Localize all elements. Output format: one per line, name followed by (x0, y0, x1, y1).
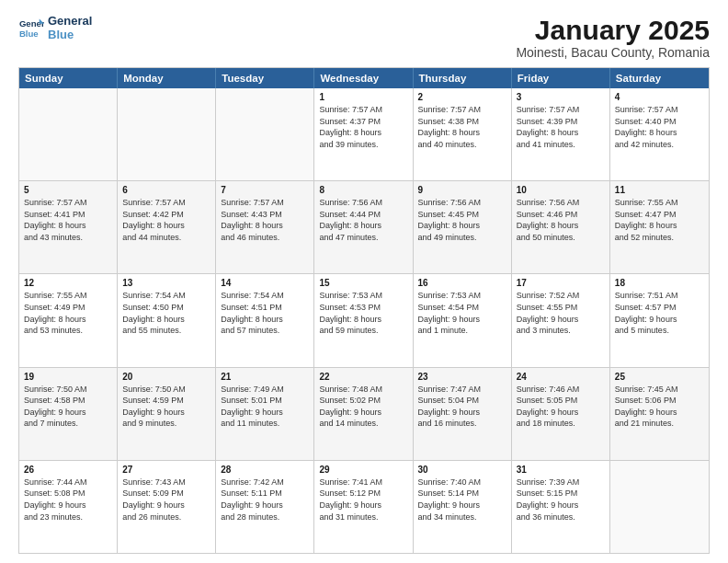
day-number: 28 (221, 465, 309, 475)
calendar-body: 1Sunrise: 7:57 AM Sunset: 4:37 PM Daylig… (19, 88, 709, 553)
day-number: 1 (319, 92, 407, 102)
calendar-cell (19, 88, 118, 180)
calendar-header: SundayMondayTuesdayWednesdayThursdayFrid… (19, 68, 709, 88)
calendar-cell: 5Sunrise: 7:57 AM Sunset: 4:41 PM Daylig… (19, 181, 118, 273)
calendar-cell: 8Sunrise: 7:56 AM Sunset: 4:44 PM Daylig… (314, 181, 413, 273)
calendar-row: 19Sunrise: 7:50 AM Sunset: 4:58 PM Dayli… (19, 368, 709, 461)
calendar-cell: 6Sunrise: 7:57 AM Sunset: 4:42 PM Daylig… (118, 181, 216, 273)
header-cell-tuesday: Tuesday (216, 68, 314, 88)
day-number: 25 (615, 372, 704, 382)
day-info: Sunrise: 7:57 AM Sunset: 4:40 PM Dayligh… (615, 104, 704, 150)
calendar-cell: 12Sunrise: 7:55 AM Sunset: 4:49 PM Dayli… (19, 274, 118, 366)
day-info: Sunrise: 7:53 AM Sunset: 4:54 PM Dayligh… (418, 290, 506, 336)
calendar-cell: 30Sunrise: 7:40 AM Sunset: 5:14 PM Dayli… (414, 461, 512, 553)
calendar-cell: 4Sunrise: 7:57 AM Sunset: 4:40 PM Daylig… (610, 88, 709, 180)
calendar-cell: 23Sunrise: 7:47 AM Sunset: 5:04 PM Dayli… (414, 368, 512, 460)
day-info: Sunrise: 7:57 AM Sunset: 4:37 PM Dayligh… (319, 104, 407, 150)
day-number: 30 (418, 465, 506, 475)
calendar-cell (216, 88, 314, 180)
calendar-row: 12Sunrise: 7:55 AM Sunset: 4:49 PM Dayli… (19, 274, 709, 367)
day-info: Sunrise: 7:54 AM Sunset: 4:51 PM Dayligh… (221, 290, 309, 336)
day-number: 20 (122, 372, 210, 382)
title-block: January 2025 Moinesti, Bacau County, Rom… (516, 15, 710, 60)
day-number: 22 (319, 372, 407, 382)
day-info: Sunrise: 7:52 AM Sunset: 4:55 PM Dayligh… (517, 290, 605, 336)
day-info: Sunrise: 7:39 AM Sunset: 5:15 PM Dayligh… (517, 477, 605, 523)
calendar-cell: 22Sunrise: 7:48 AM Sunset: 5:02 PM Dayli… (314, 368, 413, 460)
day-number: 2 (418, 92, 506, 102)
calendar-cell: 20Sunrise: 7:50 AM Sunset: 4:59 PM Dayli… (118, 368, 216, 460)
day-number: 29 (319, 465, 407, 475)
day-info: Sunrise: 7:47 AM Sunset: 5:04 PM Dayligh… (418, 384, 506, 430)
logo-line1: General (48, 15, 92, 29)
day-number: 11 (615, 185, 704, 195)
month-title: January 2025 (516, 15, 710, 45)
subtitle: Moinesti, Bacau County, Romania (516, 45, 710, 60)
day-number: 26 (24, 465, 112, 475)
logo-line2: Blue (48, 29, 92, 42)
calendar-cell: 10Sunrise: 7:56 AM Sunset: 4:46 PM Dayli… (512, 181, 610, 273)
day-info: Sunrise: 7:45 AM Sunset: 5:06 PM Dayligh… (615, 384, 704, 430)
day-number: 23 (418, 372, 506, 382)
calendar-cell: 31Sunrise: 7:39 AM Sunset: 5:15 PM Dayli… (512, 461, 610, 553)
day-info: Sunrise: 7:41 AM Sunset: 5:12 PM Dayligh… (319, 477, 407, 523)
calendar-row: 1Sunrise: 7:57 AM Sunset: 4:37 PM Daylig… (19, 88, 709, 181)
calendar-cell: 24Sunrise: 7:46 AM Sunset: 5:05 PM Dayli… (512, 368, 610, 460)
calendar-cell: 29Sunrise: 7:41 AM Sunset: 5:12 PM Dayli… (314, 461, 413, 553)
calendar: SundayMondayTuesdayWednesdayThursdayFrid… (18, 67, 710, 554)
calendar-cell: 15Sunrise: 7:53 AM Sunset: 4:53 PM Dayli… (314, 274, 413, 366)
day-info: Sunrise: 7:57 AM Sunset: 4:41 PM Dayligh… (24, 197, 112, 243)
day-info: Sunrise: 7:42 AM Sunset: 5:11 PM Dayligh… (221, 477, 309, 523)
day-info: Sunrise: 7:48 AM Sunset: 5:02 PM Dayligh… (319, 384, 407, 430)
calendar-cell: 2Sunrise: 7:57 AM Sunset: 4:38 PM Daylig… (414, 88, 512, 180)
calendar-cell: 7Sunrise: 7:57 AM Sunset: 4:43 PM Daylig… (216, 181, 314, 273)
day-info: Sunrise: 7:50 AM Sunset: 4:59 PM Dayligh… (122, 384, 210, 430)
day-info: Sunrise: 7:43 AM Sunset: 5:09 PM Dayligh… (122, 477, 210, 523)
calendar-row: 5Sunrise: 7:57 AM Sunset: 4:41 PM Daylig… (19, 181, 709, 274)
header-cell-saturday: Saturday (610, 68, 709, 88)
calendar-cell: 17Sunrise: 7:52 AM Sunset: 4:55 PM Dayli… (512, 274, 610, 366)
header-cell-sunday: Sunday (19, 68, 118, 88)
day-number: 9 (418, 185, 506, 195)
day-info: Sunrise: 7:49 AM Sunset: 5:01 PM Dayligh… (221, 384, 309, 430)
calendar-cell: 21Sunrise: 7:49 AM Sunset: 5:01 PM Dayli… (216, 368, 314, 460)
header-cell-thursday: Thursday (414, 68, 512, 88)
page: General Blue General Blue January 2025 M… (0, 0, 728, 563)
day-number: 6 (122, 185, 210, 195)
calendar-cell: 28Sunrise: 7:42 AM Sunset: 5:11 PM Dayli… (216, 461, 314, 553)
day-info: Sunrise: 7:56 AM Sunset: 4:45 PM Dayligh… (418, 197, 506, 243)
day-info: Sunrise: 7:56 AM Sunset: 4:46 PM Dayligh… (517, 197, 605, 243)
day-info: Sunrise: 7:51 AM Sunset: 4:57 PM Dayligh… (615, 290, 704, 336)
calendar-cell: 3Sunrise: 7:57 AM Sunset: 4:39 PM Daylig… (512, 88, 610, 180)
day-number: 7 (221, 185, 309, 195)
calendar-cell: 19Sunrise: 7:50 AM Sunset: 4:58 PM Dayli… (19, 368, 118, 460)
calendar-cell (610, 461, 709, 553)
day-info: Sunrise: 7:57 AM Sunset: 4:43 PM Dayligh… (221, 197, 309, 243)
day-number: 4 (615, 92, 704, 102)
day-number: 8 (319, 185, 407, 195)
day-info: Sunrise: 7:53 AM Sunset: 4:53 PM Dayligh… (319, 290, 407, 336)
day-number: 21 (221, 372, 309, 382)
calendar-cell: 25Sunrise: 7:45 AM Sunset: 5:06 PM Dayli… (610, 368, 709, 460)
calendar-cell: 9Sunrise: 7:56 AM Sunset: 4:45 PM Daylig… (414, 181, 512, 273)
logo-icon: General Blue (18, 16, 44, 41)
calendar-cell: 14Sunrise: 7:54 AM Sunset: 4:51 PM Dayli… (216, 274, 314, 366)
calendar-cell: 26Sunrise: 7:44 AM Sunset: 5:08 PM Dayli… (19, 461, 118, 553)
calendar-cell: 13Sunrise: 7:54 AM Sunset: 4:50 PM Dayli… (118, 274, 216, 366)
calendar-cell: 27Sunrise: 7:43 AM Sunset: 5:09 PM Dayli… (118, 461, 216, 553)
day-info: Sunrise: 7:56 AM Sunset: 4:44 PM Dayligh… (319, 197, 407, 243)
day-info: Sunrise: 7:40 AM Sunset: 5:14 PM Dayligh… (418, 477, 506, 523)
day-number: 14 (221, 278, 309, 288)
day-info: Sunrise: 7:50 AM Sunset: 4:58 PM Dayligh… (24, 384, 112, 430)
day-info: Sunrise: 7:57 AM Sunset: 4:42 PM Dayligh… (122, 197, 210, 243)
header-cell-friday: Friday (512, 68, 610, 88)
day-number: 13 (122, 278, 210, 288)
day-number: 27 (122, 465, 210, 475)
calendar-cell: 1Sunrise: 7:57 AM Sunset: 4:37 PM Daylig… (314, 88, 413, 180)
day-info: Sunrise: 7:46 AM Sunset: 5:05 PM Dayligh… (517, 384, 605, 430)
calendar-row: 26Sunrise: 7:44 AM Sunset: 5:08 PM Dayli… (19, 461, 709, 553)
day-info: Sunrise: 7:44 AM Sunset: 5:08 PM Dayligh… (24, 477, 112, 523)
day-number: 19 (24, 372, 112, 382)
day-number: 31 (517, 465, 605, 475)
day-number: 18 (615, 278, 704, 288)
